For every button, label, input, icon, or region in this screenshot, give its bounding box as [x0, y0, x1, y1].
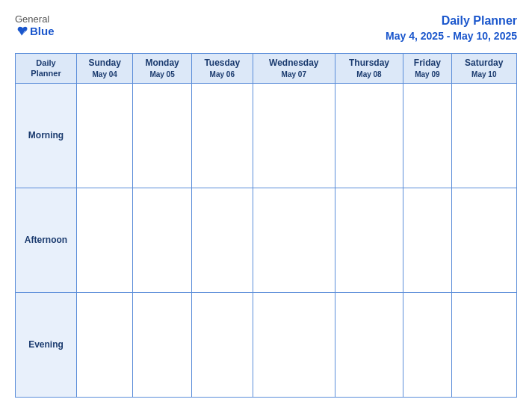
page: General Blue Daily Planner May 4, 2025 -…	[0, 0, 532, 411]
col-label-thursday: Thursday	[338, 58, 400, 69]
row-afternoon: Afternoon	[16, 188, 517, 292]
col-label-saturday: Saturday	[454, 58, 514, 69]
cell-evening-sunday[interactable]	[77, 292, 133, 397]
cell-morning-sunday[interactable]	[77, 83, 133, 188]
cell-morning-monday[interactable]	[133, 83, 191, 188]
col-header-planner: Daily Planner	[16, 53, 77, 83]
col-header-wednesday: Wednesday May 07	[253, 53, 335, 83]
col-label-friday: Friday	[406, 58, 448, 69]
cell-morning-saturday[interactable]	[451, 83, 516, 188]
planner-date-range: May 4, 2025 - May 10, 2025	[386, 29, 517, 43]
cell-afternoon-friday[interactable]	[403, 188, 451, 292]
cell-evening-saturday[interactable]	[451, 292, 516, 397]
calendar-table: Daily Planner Sunday May 04 Monday May 0…	[15, 53, 517, 398]
cell-morning-friday[interactable]	[403, 83, 451, 188]
cell-morning-tuesday[interactable]	[191, 83, 253, 188]
cell-afternoon-thursday[interactable]	[335, 188, 403, 292]
title-area: Daily Planner May 4, 2025 - May 10, 2025	[386, 13, 517, 43]
col-label-sunday: Sunday	[79, 58, 130, 69]
logo-bird-icon	[15, 26, 28, 37]
header: General Blue Daily Planner May 4, 2025 -…	[15, 13, 517, 43]
col-date-friday: May 09	[406, 69, 448, 79]
col-date-monday: May 05	[135, 69, 188, 79]
logo-general-text: General	[15, 13, 49, 25]
col-label-planner: Daily	[18, 58, 74, 68]
row-evening: Evening	[16, 292, 517, 397]
col-header-saturday: Saturday May 10	[451, 53, 516, 83]
col-header-friday: Friday May 09	[403, 53, 451, 83]
cell-afternoon-sunday[interactable]	[77, 188, 133, 292]
cell-afternoon-monday[interactable]	[133, 188, 191, 292]
col-header-sunday: Sunday May 04	[77, 53, 133, 83]
cell-afternoon-saturday[interactable]	[451, 188, 516, 292]
col-label-wednesday: Wednesday	[256, 58, 332, 69]
cell-afternoon-tuesday[interactable]	[191, 188, 253, 292]
calendar-header-row: Daily Planner Sunday May 04 Monday May 0…	[16, 53, 517, 83]
logo-blue-text: Blue	[15, 25, 55, 38]
col-label-tuesday: Tuesday	[194, 58, 250, 69]
row-morning: Morning	[16, 83, 517, 188]
cell-evening-thursday[interactable]	[335, 292, 403, 397]
cell-evening-friday[interactable]	[403, 292, 451, 397]
cell-evening-wednesday[interactable]	[253, 292, 335, 397]
logo-area: General Blue	[15, 13, 55, 37]
planner-title: Daily Planner	[386, 13, 517, 29]
col-date-wednesday: May 07	[256, 69, 332, 79]
col-date-saturday: May 10	[454, 69, 514, 79]
col-date-thursday: May 08	[338, 69, 400, 79]
time-label-morning: Morning	[16, 83, 77, 188]
cell-afternoon-wednesday[interactable]	[253, 188, 335, 292]
time-label-evening: Evening	[16, 292, 77, 397]
col-header-monday: Monday May 05	[133, 53, 191, 83]
cell-evening-tuesday[interactable]	[191, 292, 253, 397]
time-label-afternoon: Afternoon	[16, 188, 77, 292]
col-header-thursday: Thursday May 08	[335, 53, 403, 83]
cell-morning-thursday[interactable]	[335, 83, 403, 188]
col-header-tuesday: Tuesday May 06	[191, 53, 253, 83]
col-date-sunday: May 04	[79, 69, 130, 79]
col-date-tuesday: May 06	[194, 69, 250, 79]
cell-evening-monday[interactable]	[133, 292, 191, 397]
col-label-planner2: Planner	[18, 68, 74, 78]
cell-morning-wednesday[interactable]	[253, 83, 335, 188]
col-label-monday: Monday	[135, 58, 188, 69]
